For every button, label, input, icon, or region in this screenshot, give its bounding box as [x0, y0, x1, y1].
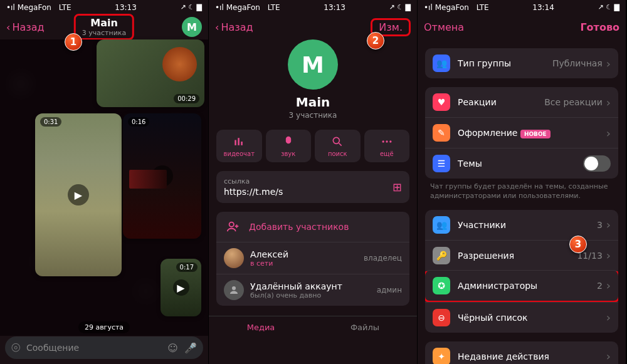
status-time: 13:13 — [115, 3, 137, 12]
add-members-row[interactable]: Добавить участников — [216, 212, 409, 242]
date-chip: 29 августа — [78, 321, 130, 333]
done-button[interactable]: Готово — [580, 21, 619, 33]
key-icon: 🔑 — [433, 247, 450, 264]
permissions-row[interactable]: 🔑 Разрешения 11/13› 3 — [425, 240, 618, 271]
svg-point-11 — [232, 286, 236, 290]
sticker-icon[interactable]: ☺ — [167, 342, 178, 354]
shield-icon: ✪ — [433, 277, 450, 294]
svg-point-3 — [334, 137, 340, 143]
ban-icon: ⊖ — [433, 309, 450, 326]
add-user-icon — [224, 217, 243, 236]
svg-line-4 — [339, 143, 342, 145]
members-icon: 👥 — [433, 216, 450, 234]
chat-body: 00:29 0:31 ▶ 0:16 ▶ 0:17 ▶ 29 августа — [0, 39, 208, 336]
group-subtitle: 3 участника — [209, 111, 417, 120]
attach-icon[interactable]: ⦾ — [11, 341, 20, 355]
status-bar: •ıl MegaFon LTE 13:14 ↗ ☾ ▇ — [418, 0, 626, 14]
svg-rect-0 — [235, 140, 237, 145]
qr-icon[interactable]: ⊞ — [393, 180, 402, 194]
screen-edit: •ıl MegaFon LTE 13:14 ↗ ☾ ▇ Отмена Готов… — [418, 0, 626, 364]
brush-icon: ✎ — [433, 124, 450, 142]
step-badge-2: 2 — [367, 32, 384, 49]
svg-point-8 — [229, 222, 234, 227]
invite-link-card[interactable]: ссылка https://t.me/s ⊞ — [216, 171, 409, 203]
users-icon: 👥 — [433, 55, 450, 72]
step-badge-1: 1 — [65, 33, 82, 51]
search-button[interactable]: поиск — [315, 130, 361, 162]
list-icon: ☰ — [433, 155, 450, 172]
appearance-row[interactable]: ✎ Оформление НОВОЕ › — [425, 117, 618, 148]
member-row[interactable]: Алексей в сети владелец — [216, 242, 409, 274]
group-type-row[interactable]: 👥 Тип группы Публичная› — [425, 48, 618, 78]
step-badge-3: 3 — [569, 236, 587, 253]
message-input-bar: ⦾ Сообщение ☺ 🎤 — [5, 336, 203, 359]
status-bar: •ıl MegaFon LTE 13:13 ↗ ☾ ▇ — [209, 0, 417, 14]
topics-hint: Чат группы будет разделён на темы, созда… — [418, 179, 626, 201]
actions-icon: ✦ — [433, 348, 450, 364]
reactions-row[interactable]: ♥ Реакции Все реакции› — [425, 87, 618, 117]
svg-rect-2 — [241, 142, 243, 145]
profile-tabs: Медиа Файлы — [209, 316, 417, 338]
more-button[interactable]: ещё — [364, 130, 410, 162]
nav-bar: Отмена Готово — [418, 14, 626, 39]
cancel-button[interactable]: Отмена — [424, 21, 464, 33]
sound-button[interactable]: звук — [266, 130, 312, 162]
message-input[interactable]: Сообщение — [26, 343, 161, 353]
tab-files[interactable]: Файлы — [313, 316, 417, 338]
tab-media[interactable]: Медиа — [209, 316, 313, 338]
svg-rect-1 — [238, 138, 240, 145]
video-message-1[interactable]: 00:29 — [97, 39, 204, 107]
play-icon: ▶ — [68, 184, 89, 205]
chat-title: Main — [82, 17, 126, 29]
avatar — [224, 280, 244, 300]
topics-toggle[interactable] — [583, 155, 611, 172]
admins-row[interactable]: ✪ Администраторы 2› — [425, 270, 618, 303]
members-list: Добавить участников Алексей в сети владе… — [216, 212, 409, 306]
member-row[interactable]: Удалённый аккаунт был(а) очень давно адм… — [216, 274, 409, 306]
heart-icon: ♥ — [433, 93, 450, 111]
nav-bar: ‹ Назад Изм. 2 — [209, 14, 417, 39]
video-message-2[interactable]: 0:31 ▶ — [35, 113, 122, 276]
video-message-4[interactable]: 0:17 ▶ — [161, 259, 201, 316]
mic-icon[interactable]: 🎤 — [184, 342, 197, 354]
topics-row[interactable]: ☰ Темы — [425, 148, 618, 179]
screen-profile: •ıl MegaFon LTE 13:13 ↗ ☾ ▇ ‹ Назад Изм.… — [209, 0, 418, 364]
videochat-button[interactable]: видеочат — [216, 130, 262, 162]
blacklist-row[interactable]: ⊖ Чёрный список › — [425, 302, 618, 333]
group-avatar[interactable]: M — [288, 39, 338, 90]
group-name: Main — [209, 95, 417, 110]
chat-subtitle: 3 участника — [82, 29, 126, 37]
back-button[interactable]: ‹ Назад — [215, 21, 253, 33]
status-bar: •ıl MegaFon LTE 13:13 ↗ ☾ ▇ — [0, 0, 208, 14]
members-row[interactable]: 👥 Участники 3› — [425, 210, 618, 240]
screen-chat: •ıl MegaFon LTE 13:13 ↗ ☾ ▇ ‹ Назад Main… — [0, 0, 209, 364]
chat-avatar[interactable]: M — [182, 17, 202, 37]
svg-point-6 — [386, 140, 387, 142]
play-icon: ▶ — [173, 279, 189, 296]
avatar — [224, 248, 244, 268]
nav-bar: ‹ Назад Main 3 участника M 1 — [0, 14, 208, 39]
svg-point-7 — [389, 140, 391, 142]
svg-point-5 — [382, 140, 384, 142]
video-message-3[interactable]: 0:16 ▶ — [123, 113, 201, 239]
back-button[interactable]: ‹ Назад — [6, 21, 45, 33]
chat-title-block[interactable]: Main 3 участника — [74, 14, 134, 40]
recent-actions-row[interactable]: ✦ Недавние действия › — [425, 341, 618, 364]
